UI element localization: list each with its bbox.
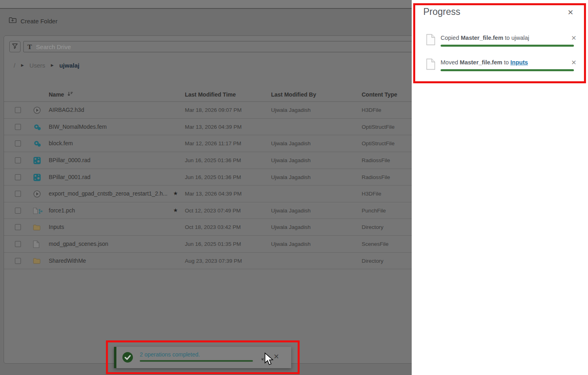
file-name[interactable]: mod_gpad_scenes.json bbox=[49, 241, 108, 247]
breadcrumb-chevron-icon: ▶ bbox=[51, 63, 54, 67]
row-checkbox[interactable] bbox=[15, 124, 21, 130]
last-modified-time: Mar 12, 2026 11:17 PM bbox=[185, 140, 241, 146]
file-name[interactable]: export_mod_gpad_cntstb_zeroa_restart1_2.… bbox=[49, 190, 168, 197]
toast-close-icon[interactable]: ✕ bbox=[273, 352, 279, 361]
content-type: Directory bbox=[362, 224, 383, 230]
table-row[interactable]: Inputs ★ Oct 18, 2023 03:42 PM Ujwala Ja… bbox=[4, 219, 412, 236]
row-checkbox[interactable] bbox=[15, 224, 21, 230]
row-checkbox[interactable] bbox=[15, 174, 21, 180]
last-modified-time: Jun 16, 2025 01:35 PM bbox=[185, 241, 241, 247]
progress-panel: Progress ✕ Copied Master_file.fem to ujw… bbox=[412, 0, 588, 375]
progress-bar bbox=[441, 69, 574, 71]
last-modified-by: Ujwala Jagadish bbox=[271, 224, 311, 230]
destination[interactable]: Inputs bbox=[510, 59, 528, 66]
table-row[interactable]: BIW_NomalModes.fem ★ Mar 13, 2026 04:39 … bbox=[4, 119, 412, 136]
table-row[interactable]: export_mod_gpad_cntstb_zeroa_restart1_2.… bbox=[4, 185, 412, 202]
row-checkbox[interactable] bbox=[15, 258, 21, 264]
file-manager-dimmed-area: Create Folder T Search Drive / ▶ Users ▶… bbox=[0, 0, 412, 375]
table-header: Name Last Modified Time Last Modified By… bbox=[4, 88, 412, 102]
column-header-content-type[interactable]: Content Type bbox=[362, 91, 397, 98]
filter-funnel-icon bbox=[12, 43, 18, 51]
content-type: Directory bbox=[362, 258, 383, 264]
table-row[interactable]: SharedWithMe ★ Aug 23, 2023 07:39 PM Dir… bbox=[4, 253, 412, 270]
destination: ujwalaj bbox=[511, 35, 529, 41]
create-folder-button[interactable]: Create Folder bbox=[9, 16, 58, 26]
progress-bar bbox=[441, 45, 574, 47]
file-name[interactable]: BIW_NomalModes.fem bbox=[49, 124, 107, 130]
star-icon: ★ bbox=[173, 190, 178, 196]
content-type: PunchFile bbox=[362, 208, 386, 214]
table-row[interactable]: BPillar_0001.rad ★ Jun 16, 2025 01:36 PM… bbox=[4, 169, 412, 186]
optistruct-icon bbox=[33, 123, 43, 132]
progress-item: Copied Master_file.fem to ujwalaj ✕ bbox=[412, 33, 588, 56]
content-type: H3DFile bbox=[362, 191, 381, 197]
column-header-modified-time[interactable]: Last Modified Time bbox=[185, 91, 236, 98]
progress-bar-track bbox=[441, 69, 574, 71]
row-checkbox[interactable] bbox=[15, 157, 21, 163]
last-modified-by: Ujwala Jagadish bbox=[271, 140, 311, 146]
table-row[interactable]: AIRBAG2.h3d ★ Mar 18, 2026 09:07 PM Ujwa… bbox=[4, 102, 412, 119]
breadcrumb: / ▶ Users ▶ ujwalaj bbox=[14, 62, 79, 69]
radioss-icon bbox=[33, 173, 43, 182]
row-checkbox[interactable] bbox=[15, 241, 21, 247]
folder-icon bbox=[33, 223, 43, 232]
screen: Create Folder T Search Drive / ▶ Users ▶… bbox=[0, 0, 588, 375]
search-input[interactable]: T Search Drive bbox=[23, 41, 412, 52]
column-header-modified-by[interactable]: Last Modified By bbox=[271, 91, 316, 98]
table-row[interactable]: BPillar_0000.rad ★ Jun 16, 2025 01:36 PM… bbox=[4, 152, 412, 169]
text-search-icon: T bbox=[27, 43, 32, 50]
file-name[interactable]: BPillar_0001.rad bbox=[49, 174, 91, 180]
expand-toast-icon[interactable] bbox=[261, 354, 268, 363]
last-modified-time: Mar 18, 2026 09:07 PM bbox=[185, 107, 242, 113]
progress-panel-title: Progress bbox=[423, 6, 460, 17]
top-bar bbox=[0, 0, 412, 9]
optistruct-icon bbox=[33, 139, 43, 148]
breadcrumb-root[interactable]: / bbox=[14, 62, 15, 69]
file-document-icon bbox=[426, 34, 435, 47]
last-modified-time: Oct 12, 2023 07:49 PM bbox=[185, 208, 241, 214]
search-placeholder: Search Drive bbox=[36, 43, 71, 50]
drive-content-panel: T Search Drive / ▶ Users ▶ ujwalaj Name … bbox=[4, 35, 412, 364]
row-checkbox[interactable] bbox=[15, 107, 21, 113]
file-name[interactable]: AIRBAG2.h3d bbox=[49, 107, 84, 113]
row-checkbox[interactable] bbox=[15, 191, 21, 197]
breadcrumb-chevron-icon: ▶ bbox=[21, 63, 24, 67]
last-modified-time: Oct 18, 2023 03:42 PM bbox=[185, 224, 241, 230]
sort-ascending-icon[interactable] bbox=[67, 91, 73, 98]
last-modified-time: Jun 16, 2025 01:36 PM bbox=[185, 174, 241, 180]
star-icon: ★ bbox=[173, 207, 178, 213]
h3d-play-icon bbox=[33, 190, 43, 198]
column-header-name[interactable]: Name bbox=[49, 91, 73, 98]
file-name[interactable]: SharedWithMe bbox=[49, 258, 86, 264]
punch-doc-icon bbox=[33, 206, 43, 215]
row-checkbox[interactable] bbox=[15, 208, 21, 214]
last-modified-by: Ujwala Jagadish bbox=[271, 107, 311, 113]
filter-button[interactable] bbox=[9, 41, 21, 52]
row-checkbox[interactable] bbox=[15, 140, 21, 146]
progress-item-close-icon[interactable]: ✕ bbox=[571, 34, 576, 42]
progress-panel-close-icon[interactable]: ✕ bbox=[567, 8, 574, 17]
last-modified-by: Ujwala Jagadish bbox=[271, 208, 311, 214]
file-name[interactable]: block.fem bbox=[49, 140, 73, 146]
doc-icon bbox=[33, 240, 43, 249]
progress-item-close-icon[interactable]: ✕ bbox=[571, 59, 576, 66]
file-name[interactable]: force1.pch bbox=[49, 207, 75, 214]
file-name[interactable]: Inputs bbox=[49, 224, 64, 230]
progress-bar-track bbox=[441, 45, 574, 47]
progress-item: Moved Master_file.fem to Inputs ✕ bbox=[412, 58, 588, 80]
success-check-icon bbox=[122, 352, 133, 365]
toast-message: 2 operations completed. bbox=[140, 351, 200, 358]
last-modified-time: Mar 13, 2026 04:39 PM bbox=[185, 124, 242, 130]
breadcrumb-users[interactable]: Users bbox=[29, 62, 45, 69]
last-modified-time: Jun 16, 2025 01:36 PM bbox=[185, 157, 241, 163]
file-name[interactable]: BPillar_0000.rad bbox=[49, 157, 91, 163]
table-row[interactable]: force1.pch ★ Oct 12, 2023 07:49 PM Ujwal… bbox=[4, 202, 412, 219]
toast-progress-bar bbox=[140, 360, 253, 362]
content-type: OptiStructFile bbox=[362, 124, 395, 130]
content-type: RadiossFile bbox=[362, 157, 390, 163]
table-row[interactable]: block.fem ★ Mar 12, 2026 11:17 PM Ujwala… bbox=[4, 135, 412, 152]
content-type: OptiStructFile bbox=[362, 140, 395, 146]
table-row[interactable]: mod_gpad_scenes.json ★ Jun 16, 2025 01:3… bbox=[4, 236, 412, 253]
last-modified-time: Aug 23, 2023 07:39 PM bbox=[185, 258, 242, 264]
last-modified-by: Ujwala Jagadish bbox=[271, 241, 311, 247]
